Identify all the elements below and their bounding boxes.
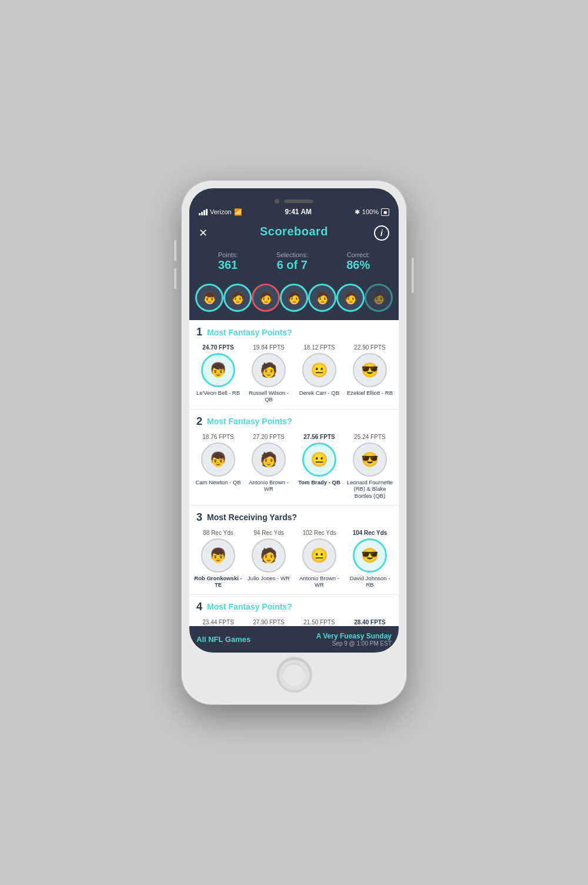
player-col[interactable]: 25.24 FPTS😎Leonard Fournette (RB) & Blak…: [346, 434, 394, 499]
player-name: Antonio Brown - WR: [295, 575, 343, 588]
info-button[interactable]: i: [374, 225, 389, 241]
home-button[interactable]: [278, 658, 310, 691]
player-col[interactable]: 104 Rec Yds😎David Johnson - RB: [346, 530, 394, 588]
players-grid-4: 23.44 FPTS👦27.90 FPTS🧑21.50 FPTS😐28.40 F…: [189, 617, 399, 626]
main-content[interactable]: 1Most Fantasy Points?24.70 FPTS👦Le'Veon …: [189, 320, 399, 626]
correct-stat: Correct: 86%: [346, 251, 370, 272]
player-col[interactable]: 102 Rec Yds😐Antonio Brown - WR: [295, 530, 343, 588]
correct-label: Correct:: [346, 251, 370, 258]
player-col[interactable]: 18.12 FPTS😐Derek Carr - QB: [295, 344, 343, 403]
wifi-icon: 📶: [234, 208, 242, 216]
player-col[interactable]: 24.70 FPTS👦Le'Veon Bell - RB: [194, 344, 242, 403]
strip-avatar-4: 🧑: [308, 284, 336, 312]
player-col[interactable]: 21.50 FPTS😐: [295, 619, 343, 626]
player-col[interactable]: 22.90 FPTS😎Ezekiel Elliott - RB: [346, 344, 394, 403]
player-avatar: 😎: [353, 538, 387, 573]
strip-avatar-3: 🧑: [280, 284, 308, 312]
player-name: Derek Carr - QB: [295, 390, 343, 396]
front-camera: [275, 199, 279, 204]
all-games-link[interactable]: All NFL Games: [196, 632, 294, 647]
player-col[interactable]: 27.20 FPTS🧑Antonio Brown - WR: [245, 434, 293, 499]
speaker: [284, 199, 313, 203]
clock: 9:41 AM: [285, 208, 312, 216]
question-title-3: Most Receiving Yards?: [207, 513, 297, 522]
player-col[interactable]: 27.90 FPTS🧑: [245, 619, 293, 626]
question-card-1: 1Most Fantasy Points?24.70 FPTS👦Le'Veon …: [189, 320, 399, 410]
bottom-bar: All NFL Games A Very Fueasy Sunday Sep 9…: [189, 626, 399, 653]
player-pts: 104 Rec Yds: [346, 530, 394, 536]
player-avatar: 🧑: [252, 538, 286, 573]
player-pts: 22.90 FPTS: [346, 344, 394, 351]
question-number-1: 1: [196, 326, 202, 338]
player-pts: 23.44 FPTS: [194, 619, 242, 626]
question-header-4: 4Most Fantasy Points?: [189, 595, 399, 617]
selections-label: Selections:: [276, 251, 308, 258]
volume-up-button[interactable]: [174, 240, 176, 261]
player-pts: 88 Rec Yds: [194, 530, 242, 536]
player-col[interactable]: 94 Rec Yds🧑Julio Jones - WR: [245, 530, 293, 588]
question-title-2: Most Fantasy Points?: [207, 417, 292, 426]
player-avatar: 😐: [302, 442, 336, 477]
player-pts: 18.12 FPTS: [295, 344, 343, 351]
player-name: Leonard Fournette (RB) & Blake Bortles (…: [346, 479, 394, 499]
signal-icon: [199, 209, 208, 215]
player-pts: 94 Rec Yds: [245, 530, 293, 536]
player-avatar: 👦: [201, 538, 235, 573]
question-number-2: 2: [196, 415, 202, 428]
app-header: ✕ Scoreboard i: [189, 219, 399, 247]
selections-value: 6 of 7: [276, 258, 308, 272]
question-number-4: 4: [196, 601, 202, 613]
strip-avatar-0: 👦: [195, 284, 223, 312]
player-col[interactable]: 23.44 FPTS👦: [194, 619, 242, 626]
player-avatar: 😎: [353, 442, 387, 477]
player-pts: 27.90 FPTS: [245, 619, 293, 626]
question-number-3: 3: [196, 511, 202, 524]
player-pts: 27.20 FPTS: [245, 434, 293, 440]
player-name: Tom Brady - QB: [295, 479, 343, 485]
question-title-1: Most Fantasy Points?: [207, 328, 292, 337]
player-pts: 18.76 FPTS: [194, 434, 242, 440]
strip-avatar-5: 🧑: [336, 284, 365, 312]
selections-stat: Selections: 6 of 7: [276, 251, 308, 272]
close-button[interactable]: ✕: [199, 227, 208, 239]
player-pts: 21.50 FPTS: [295, 619, 343, 626]
game-info: A Very Fueasy Sunday Sep 9 @ 1:00 PM EST: [294, 632, 392, 647]
question-card-3: 3Most Receiving Yards?88 Rec Yds👦Rob Gro…: [189, 505, 399, 595]
page-title: Scoreboard: [260, 225, 328, 238]
status-left: Verizon 📶: [199, 208, 242, 216]
strip-avatar-6: 🧑: [365, 284, 393, 312]
player-col[interactable]: 27.56 FPTS😐Tom Brady - QB: [295, 434, 343, 499]
player-name: Antonio Brown - WR: [245, 479, 293, 493]
player-avatar: 🧑: [252, 353, 286, 387]
player-name: Le'Veon Bell - RB: [194, 390, 242, 396]
player-name: David Johnson - RB: [346, 575, 394, 588]
points-value: 361: [218, 258, 238, 272]
status-bar: Verizon 📶 9:41 AM ✱ 100% ■: [189, 205, 399, 219]
player-pts: 19.84 FPTS: [245, 344, 293, 351]
strip-avatar-2: 🧑: [252, 284, 280, 312]
player-avatar: 🧑: [252, 442, 286, 477]
question-title-4: Most Fantasy Points?: [207, 602, 292, 611]
player-avatar: 👦: [201, 442, 235, 477]
stats-row: Points: 361 Selections: 6 of 7 Correct: …: [189, 247, 399, 279]
player-col[interactable]: 19.84 FPTS🧑Russell Wilson - QB: [245, 344, 293, 403]
players-grid-3: 88 Rec Yds👦Rob Gronkowski - TE94 Rec Yds…: [189, 527, 399, 594]
player-pts: 102 Rec Yds: [295, 530, 343, 536]
player-pts: 27.56 FPTS: [295, 434, 343, 440]
player-col[interactable]: 88 Rec Yds👦Rob Gronkowski - TE: [194, 530, 242, 588]
player-name: Russell Wilson - QB: [245, 390, 293, 403]
player-pts: 25.24 FPTS: [346, 434, 394, 440]
game-title: A Very Fueasy Sunday: [294, 632, 392, 640]
home-button-inner: [282, 663, 306, 687]
player-name: Cam Newton - QB: [194, 479, 242, 485]
volume-down-button[interactable]: [174, 268, 176, 289]
player-avatar: 😎: [353, 353, 387, 387]
carrier-label: Verizon: [210, 208, 232, 215]
phone-frame: Verizon 📶 9:41 AM ✱ 100% ■ ✕ Scoreboard …: [182, 181, 406, 704]
power-button[interactable]: [412, 258, 414, 293]
player-col[interactable]: 28.40 FPTS😎: [346, 619, 394, 626]
player-col[interactable]: 18.76 FPTS👦Cam Newton - QB: [194, 434, 242, 499]
player-avatar: 😐: [302, 353, 336, 387]
player-avatar: 👦: [201, 353, 235, 387]
player-name: Rob Gronkowski - TE: [194, 575, 242, 588]
